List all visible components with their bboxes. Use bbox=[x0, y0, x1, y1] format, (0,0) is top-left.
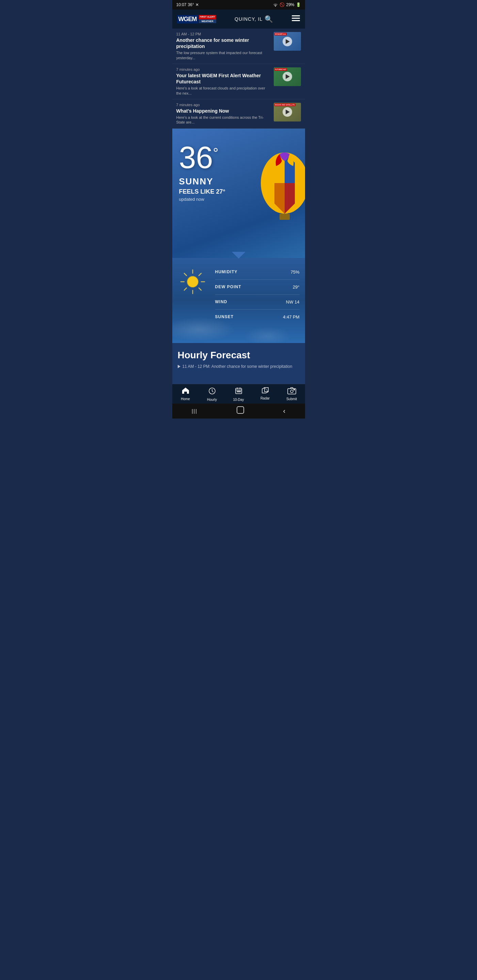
nav-submit-label: Submit bbox=[286, 397, 297, 401]
play-button-1[interactable] bbox=[282, 37, 292, 46]
play-triangle-2 bbox=[286, 74, 290, 79]
nav-hourly-label: Hourly bbox=[207, 398, 217, 401]
detail-dewpoint: DEW POINT 29° bbox=[215, 280, 300, 295]
location-display[interactable]: QUINCY, IL 🔍 bbox=[235, 15, 273, 23]
play-button-3[interactable] bbox=[282, 107, 292, 117]
news-desc-2: Here's a look at forecast clouds and pre… bbox=[176, 86, 270, 95]
news-thumb-2[interactable]: FUTURECAST bbox=[274, 67, 301, 86]
news-title-1: Another chance for some winter precipita… bbox=[176, 37, 270, 49]
svg-rect-22 bbox=[238, 391, 239, 392]
svg-rect-4 bbox=[279, 214, 290, 220]
wifi-icon bbox=[273, 2, 278, 8]
recents-button[interactable]: ||| bbox=[192, 408, 198, 414]
menu-button[interactable] bbox=[292, 15, 300, 23]
nav-hourly[interactable]: Hourly bbox=[199, 387, 225, 401]
dewpoint-label: DEW POINT bbox=[215, 285, 241, 290]
news-time-3: 7 minutes ago bbox=[176, 103, 270, 107]
tenday-nav-icon bbox=[235, 387, 243, 396]
svg-point-26 bbox=[290, 390, 293, 393]
nav-submit[interactable]: Submit bbox=[279, 387, 305, 401]
condition-block: SUNNY FEELS LIKE 27° updated now bbox=[179, 176, 298, 202]
news-time-2: 7 minutes ago bbox=[176, 67, 270, 72]
nav-radar-label: Radar bbox=[260, 396, 270, 400]
news-text-2: 7 minutes ago Your latest WGEM First Ale… bbox=[176, 67, 270, 95]
news-desc-1: The low pressure system that impacted ou… bbox=[176, 50, 270, 60]
dewpoint-value: 29° bbox=[293, 285, 300, 290]
detail-arrow bbox=[232, 252, 246, 259]
hourly-preview-text: 11 AM - 12 PM: Another chance for some w… bbox=[182, 364, 292, 369]
home-nav-icon bbox=[182, 387, 190, 396]
logo: WGEM FIRST ALERT WEATHER bbox=[177, 15, 216, 24]
nav-10day[interactable]: 10-Day bbox=[225, 387, 252, 401]
updated-text: updated now bbox=[179, 197, 298, 202]
search-icon[interactable]: 🔍 bbox=[265, 15, 273, 23]
svg-rect-23 bbox=[240, 391, 241, 392]
news-item-2[interactable]: 7 minutes ago Your latest WGEM First Ale… bbox=[172, 64, 305, 99]
hourly-preview[interactable]: 11 AM - 12 PM: Another chance for some w… bbox=[178, 364, 300, 369]
hourly-title: Hourly Forecast bbox=[178, 350, 300, 361]
feels-like-temp: 27° bbox=[216, 188, 225, 195]
battery-icon: 🔋 bbox=[296, 2, 301, 7]
news-desc-3: Here's a look at the current conditions … bbox=[176, 115, 270, 125]
weather-content: 36° SUNNY FEELS LIKE 27° updated now bbox=[172, 129, 305, 208]
news-text-1: 11 AM - 12 PM Another chance for some wi… bbox=[176, 32, 270, 60]
sun-icon bbox=[179, 268, 206, 295]
submit-nav-icon bbox=[287, 387, 296, 396]
temp-status: 36° bbox=[188, 2, 194, 7]
news-section: 11 AM - 12 PM Another chance for some wi… bbox=[172, 29, 305, 129]
feels-like: FEELS LIKE 27° bbox=[179, 188, 298, 195]
nav-10day-label: 10-Day bbox=[233, 398, 244, 401]
status-right: 🚫 29% 🔋 bbox=[273, 2, 301, 8]
svg-rect-1 bbox=[292, 18, 300, 19]
play-button-2[interactable] bbox=[282, 72, 292, 81]
location-text: QUINCY, IL bbox=[235, 16, 263, 22]
logo-wgem-text: WGEM bbox=[177, 15, 198, 24]
close-icon: ✕ bbox=[195, 2, 199, 7]
cloud-background bbox=[172, 302, 305, 343]
humidity-value: 75% bbox=[290, 269, 299, 275]
sun-icon-wrapper bbox=[179, 268, 206, 297]
news-thumb-1[interactable]: WGEMFirst bbox=[274, 32, 301, 51]
signal-icon: 🚫 bbox=[279, 2, 285, 7]
news-thumb-3[interactable]: RADAR AND SATELLITE bbox=[274, 103, 301, 121]
hourly-nav-icon bbox=[208, 387, 216, 396]
system-navigation: ||| ‹ bbox=[172, 404, 305, 418]
svg-line-14 bbox=[184, 288, 187, 290]
time-display: 10:07 bbox=[176, 2, 187, 7]
home-button[interactable] bbox=[237, 406, 244, 415]
back-button[interactable]: ‹ bbox=[283, 407, 285, 415]
temperature-value: 36 bbox=[179, 140, 213, 175]
news-item-3[interactable]: 7 minutes ago What's Happening Now Here'… bbox=[172, 99, 305, 129]
news-item-1[interactable]: 11 AM - 12 PM Another chance for some wi… bbox=[172, 29, 305, 64]
play-triangle-1 bbox=[286, 39, 290, 44]
thumb-label-2: FUTURECAST bbox=[274, 68, 287, 71]
news-time-1: 11 AM - 12 PM bbox=[176, 32, 270, 36]
nav-radar[interactable]: Radar bbox=[252, 387, 279, 401]
svg-rect-28 bbox=[237, 407, 244, 414]
app-header: WGEM FIRST ALERT WEATHER QUINCY, IL 🔍 bbox=[172, 10, 305, 29]
nav-home[interactable]: Home bbox=[172, 387, 199, 401]
logo-first-alert: FIRST ALERT bbox=[199, 15, 216, 19]
condition-text: SUNNY bbox=[179, 176, 298, 187]
svg-rect-2 bbox=[292, 20, 300, 21]
svg-line-12 bbox=[199, 288, 201, 290]
thumb-label-3: RADAR AND SATELLITE bbox=[274, 103, 295, 106]
news-title-2: Your latest WGEM First Alert Weather Fut… bbox=[176, 73, 270, 85]
svg-line-11 bbox=[184, 273, 187, 275]
weather-hero: 36° SUNNY FEELS LIKE 27° updated now bbox=[172, 129, 305, 258]
svg-line-24 bbox=[265, 388, 268, 392]
bottom-navigation: Home Hourly 10-Day bbox=[172, 384, 305, 404]
svg-rect-21 bbox=[237, 391, 238, 392]
temperature-display: 36° bbox=[179, 142, 298, 173]
status-left: 10:07 36° ✕ bbox=[176, 2, 199, 7]
detail-humidity: HUMIDITY 75% bbox=[215, 265, 300, 280]
news-title-3: What's Happening Now bbox=[176, 108, 270, 114]
play-small-icon bbox=[178, 365, 180, 368]
status-bar: 10:07 36° ✕ 🚫 29% 🔋 bbox=[172, 0, 305, 10]
battery-display: 29% bbox=[286, 2, 294, 7]
humidity-label: HUMIDITY bbox=[215, 269, 238, 275]
news-text-3: 7 minutes ago What's Happening Now Here'… bbox=[176, 103, 270, 125]
radar-nav-icon bbox=[261, 387, 269, 395]
logo-weather: WEATHER bbox=[199, 19, 216, 23]
degree-symbol: ° bbox=[213, 145, 219, 160]
